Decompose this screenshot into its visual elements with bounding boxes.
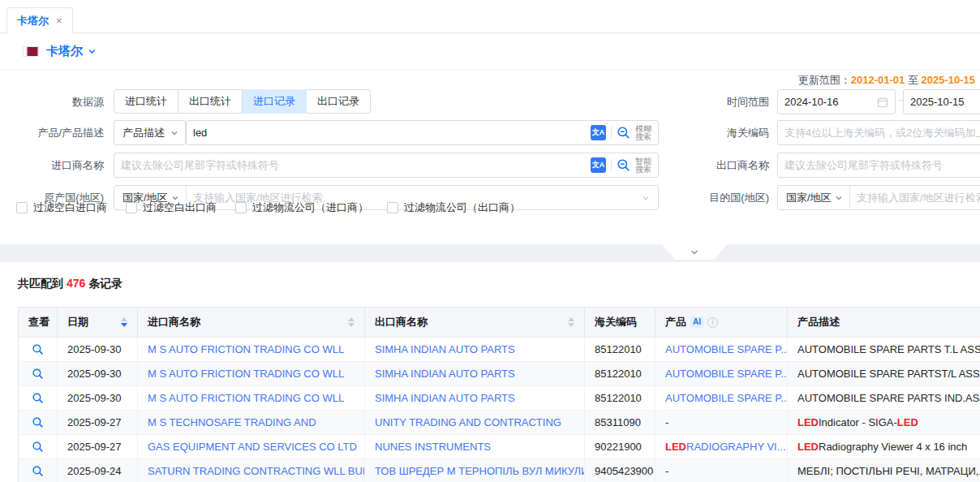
fuzzy-search-label[interactable]: 模糊搜索: [635, 125, 651, 141]
cell-view: [19, 435, 58, 458]
magnifier-icon: [32, 441, 44, 453]
product-link[interactable]: AUTOMOBILE SPARE P...: [665, 392, 788, 404]
cell-date: 2025-09-24: [58, 459, 138, 482]
results-prefix: 共匹配到: [18, 277, 63, 290]
table-header-row: 查看日期进口商名称出口商名称海关编码产品AIi产品描述: [19, 308, 980, 338]
filter-checkbox-2[interactable]: 过滤物流公司（进口商）: [235, 200, 368, 215]
checkbox-icon[interactable]: [235, 202, 247, 213]
checkbox-icon[interactable]: [16, 202, 28, 213]
exporter-link[interactable]: NUNES INSTRUMENTS: [375, 441, 491, 453]
date-from-input[interactable]: [784, 96, 877, 108]
product-link[interactable]: AUTOMOBILE SPARE P...: [665, 343, 788, 355]
importer-link[interactable]: SATURN TRADING CONTRACTING WLL BUI...: [148, 465, 365, 477]
view-record-button[interactable]: [32, 441, 44, 453]
cell-product: AUTOMOBILE SPARE P...: [655, 338, 788, 361]
product-search-input[interactable]: [193, 127, 591, 139]
sort-carets[interactable]: [342, 317, 355, 327]
importer-link[interactable]: M S AUTO FRICTION TRADING CO WLL: [148, 343, 344, 355]
data-source-option-0[interactable]: 进口统计: [114, 89, 178, 114]
exporter-link[interactable]: SIMHA INDIAN AUTO PARTS: [375, 368, 515, 380]
text-segment: LED: [797, 416, 819, 428]
chevron-down-icon[interactable]: [88, 47, 97, 56]
view-record-button[interactable]: [32, 343, 44, 355]
cell-hs-code: 9405423900: [585, 459, 655, 482]
ai-badge: AI: [690, 316, 703, 328]
filter-checkbox-3[interactable]: 过滤物流公司（出口商）: [387, 200, 520, 215]
sort-desc-icon[interactable]: [568, 323, 574, 327]
text-segment: AUTOMOBILE SPARE PARTS T.L ASSY ...: [797, 343, 980, 355]
cell-product-description: МЕБЛІ; ПОСТІЛЬНІ РЕЧІ, МАТРАЦИ,...: [788, 459, 980, 482]
column-header-3[interactable]: 出口商名称: [365, 308, 585, 337]
sort-desc-icon[interactable]: [121, 323, 127, 327]
smart-search-icon[interactable]: [617, 158, 630, 172]
smart-search-label[interactable]: 智能搜索: [635, 157, 651, 174]
exporter-field[interactable]: [777, 153, 980, 178]
tab-qatar[interactable]: 卡塔尔 ×: [6, 7, 73, 34]
translate-icon[interactable]: 文A: [591, 125, 606, 140]
importer-link[interactable]: M S AUTO FRICTION TRADING CO WLL: [148, 368, 344, 380]
view-record-button[interactable]: [32, 465, 44, 477]
data-source-option-2[interactable]: 进口记录: [243, 89, 307, 114]
translate-icon[interactable]: 文A: [591, 157, 606, 173]
cell-product-description: LED Indicator - SIGA-LED: [788, 411, 980, 434]
divider: [611, 127, 612, 140]
checkbox-icon[interactable]: [387, 202, 398, 213]
destination-scope-select[interactable]: 国家/地区: [778, 186, 850, 209]
importer-link[interactable]: M S AUTO FRICTION TRADING CO WLL: [148, 392, 344, 404]
product-type-select[interactable]: 产品描述: [114, 120, 186, 145]
product-link[interactable]: AUTOMOBILE SPARE P...: [665, 368, 788, 380]
importer-link[interactable]: GAS EQUIPMENT AND SERVICES CO LTD: [148, 441, 357, 453]
sort-asc-icon[interactable]: [121, 317, 127, 321]
destination-scope-value: 国家/地区: [786, 191, 832, 205]
column-header-2[interactable]: 进口商名称: [138, 308, 365, 337]
close-icon[interactable]: ×: [56, 15, 62, 26]
hs-code-input[interactable]: [784, 127, 980, 139]
view-record-button[interactable]: [32, 368, 44, 380]
sort-desc-icon[interactable]: [348, 323, 355, 327]
fuzzy-search-icon[interactable]: [617, 126, 630, 140]
exporter-link[interactable]: SIMHA INDIAN AUTO PARTS: [375, 392, 515, 404]
update-range-joiner: 至: [908, 74, 918, 86]
date-to-field[interactable]: [903, 89, 980, 114]
records-table: 查看日期进口商名称出口商名称海关编码产品AIi产品描述 2025-09-30M …: [18, 307, 980, 482]
chevron-down-icon[interactable]: [642, 194, 650, 202]
view-record-button[interactable]: [32, 392, 44, 404]
cell-view: [19, 411, 58, 434]
destination-input[interactable]: [850, 192, 980, 204]
product-search-field[interactable]: 文A 模糊搜索: [186, 120, 659, 145]
checkbox-icon[interactable]: [126, 202, 137, 213]
column-header-1[interactable]: 日期: [58, 308, 138, 337]
data-source-group: 进口统计出口统计进口记录出口记录: [114, 89, 371, 114]
sort-carets[interactable]: [561, 317, 574, 327]
info-icon[interactable]: i: [707, 317, 718, 328]
exporter-link[interactable]: SIMHA INDIAN AUTO PARTS: [375, 343, 515, 355]
exporter-input[interactable]: [784, 159, 980, 171]
hs-code-field[interactable]: [777, 120, 980, 145]
exporter-link[interactable]: ТОВ ШРЕДЕР М ТЕРНОПІЛЬ ВУЛ МИКУЛИ...: [375, 465, 585, 477]
sort-carets[interactable]: [114, 317, 127, 327]
column-header-label: 出口商名称: [375, 315, 428, 329]
exporter-label: 出口商名称: [714, 153, 769, 178]
product-label: 产品/产品描述: [0, 120, 104, 145]
cell-view: [19, 386, 58, 410]
cell-exporter: ТОВ ШРЕДЕР М ТЕРНОПІЛЬ ВУЛ МИКУЛИ...: [365, 459, 585, 482]
importer-link[interactable]: M S TECHNOSAFE TRADING AND: [148, 416, 316, 428]
date-to-input[interactable]: [910, 96, 980, 108]
column-header-label: 进口商名称: [148, 315, 200, 329]
data-source-option-3[interactable]: 出口记录: [307, 89, 371, 114]
importer-input[interactable]: [121, 159, 591, 171]
collapse-filters-handle[interactable]: [662, 244, 727, 260]
country-header: 卡塔尔: [0, 33, 980, 71]
importer-field[interactable]: 文A 智能搜索: [114, 153, 659, 178]
exporter-link[interactable]: UNITY TRADING AND CONTRACTING: [375, 416, 561, 428]
product-link[interactable]: RADIOGRAPHY VI...: [686, 441, 786, 453]
filter-checkbox-0[interactable]: 过滤空白进口商: [16, 200, 107, 215]
calendar-icon[interactable]: [877, 97, 888, 108]
sort-asc-icon[interactable]: [568, 317, 574, 321]
chevron-down-icon: [835, 194, 843, 202]
data-source-option-1[interactable]: 出口统计: [178, 89, 243, 114]
filter-checkbox-1[interactable]: 过滤空白出口商: [126, 200, 217, 215]
view-record-button[interactable]: [32, 416, 44, 428]
sort-asc-icon[interactable]: [348, 317, 355, 321]
date-from-field[interactable]: [777, 89, 896, 114]
